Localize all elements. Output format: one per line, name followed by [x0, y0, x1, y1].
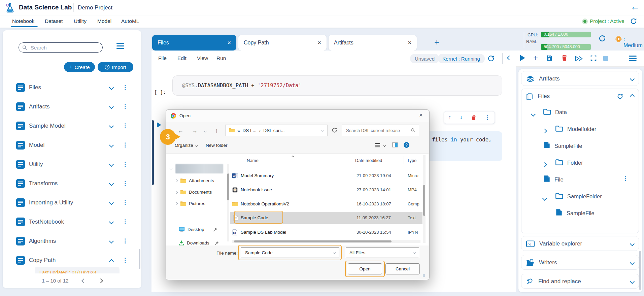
menu-file[interactable]: File: [158, 55, 167, 61]
kebab-menu-icon[interactable]: ⋮: [622, 176, 628, 182]
horizontal-scrollbar[interactable]: [232, 240, 420, 243]
tree-scrollbar[interactable]: [227, 164, 229, 241]
section-files-header[interactable]: Files: [521, 89, 639, 104]
tree-row-folder[interactable]: [543, 162, 546, 168]
sidebar-item-sample-model[interactable]: Sample Model: [29, 123, 66, 129]
kebab-menu-icon[interactable]: ⋮: [122, 123, 128, 129]
workspace-tab-copy-path[interactable]: Copy Path×: [238, 35, 327, 51]
tree-row-samplefolder[interactable]: [543, 195, 546, 201]
chevron-up-icon[interactable]: [109, 259, 114, 264]
tree-item-attachments[interactable]: Attachments: [175, 178, 214, 183]
dialog-search[interactable]: [342, 125, 419, 136]
back-arrow-icon[interactable]: ←: [630, 1, 640, 12]
sidebar-item-artifacts[interactable]: Artifacts: [29, 103, 49, 110]
chevron-down-icon[interactable]: [630, 279, 635, 284]
tree-row-data[interactable]: [532, 111, 535, 117]
list-view-icon[interactable]: [375, 143, 380, 147]
workspace-tab-files[interactable]: Files×: [152, 35, 236, 51]
tree-label[interactable]: Folder: [567, 160, 583, 166]
close-icon[interactable]: ×: [408, 39, 411, 46]
delete-cell-icon[interactable]: [471, 115, 476, 121]
run-cell-icon[interactable]: [157, 122, 161, 128]
file-row[interactable]: Notebook OperationsV2 16-10-2023 18:07 C…: [230, 198, 422, 210]
chevron-down-icon[interactable]: [109, 181, 114, 186]
organize-menu[interactable]: Organize: [175, 143, 197, 148]
section-artifacts[interactable]: Artifacts: [521, 71, 639, 86]
column-header-type[interactable]: Type: [407, 158, 416, 163]
breadcrumb-item[interactable]: DS L...: [243, 128, 257, 133]
code-cell[interactable]: @SYS.DATASANDBOX_PATH + '2719752/Data': [172, 75, 502, 96]
tree-label[interactable]: Modelfolder: [567, 126, 596, 132]
nav-tab-dataset[interactable]: Dataset: [45, 18, 63, 24]
chevron-down-icon[interactable]: [630, 76, 635, 81]
sidebar-item-utility[interactable]: Utility: [29, 161, 43, 168]
menu-view[interactable]: View: [197, 55, 208, 61]
chevron-down-icon[interactable]: [170, 167, 172, 170]
delete-cell-icon[interactable]: [562, 55, 567, 61]
breadcrumb-collapse[interactable]: «: [237, 128, 240, 133]
kebab-menu-icon[interactable]: ⋮: [122, 257, 128, 263]
view-options-chevron-icon[interactable]: [383, 144, 386, 147]
cell-kebab-icon[interactable]: ⋮: [484, 115, 490, 121]
save-icon[interactable]: [546, 55, 552, 61]
chevron-down-icon[interactable]: [109, 124, 114, 128]
chevron-right-icon[interactable]: [542, 129, 547, 133]
chevron-down-icon[interactable]: [542, 196, 547, 201]
nav-forward-icon[interactable]: →: [192, 127, 198, 134]
sidebar-item-importing-a-utility[interactable]: Importing a Utility: [29, 199, 73, 206]
list-item[interactable]: [16, 237, 25, 247]
notebook-menu-icon[interactable]: [629, 54, 637, 63]
nav-tab-model[interactable]: Model: [97, 18, 111, 24]
refresh-icon[interactable]: [617, 93, 623, 99]
tree-item-pictures[interactable]: Pictures: [175, 201, 205, 206]
list-item[interactable]: [16, 160, 25, 170]
sidebar-item-transforms[interactable]: Transforms: [29, 180, 58, 187]
file-list-scrollbar[interactable]: [423, 155, 426, 243]
run-cell-icon[interactable]: [520, 55, 525, 61]
chevron-down-icon[interactable]: [109, 85, 114, 90]
list-item[interactable]: [16, 122, 25, 132]
chevron-down-icon[interactable]: [109, 104, 114, 109]
add-cell-icon[interactable]: +: [533, 53, 538, 63]
tree-item-desktop[interactable]: Desktop: [179, 227, 217, 232]
section-writers[interactable]: Writers: [521, 255, 639, 270]
column-header-name[interactable]: Name: [247, 158, 259, 163]
nav-up-icon[interactable]: ↑: [215, 127, 218, 134]
chevron-left-icon[interactable]: [507, 56, 512, 60]
preview-pane-icon[interactable]: [392, 142, 398, 147]
chevron-down-icon[interactable]: [109, 200, 114, 205]
chevron-down-icon[interactable]: [109, 239, 114, 243]
list-item[interactable]: [16, 102, 25, 112]
dialog-search-input[interactable]: [345, 128, 407, 133]
nav-tab-automl[interactable]: AutoML: [121, 18, 139, 24]
chevron-down-icon[interactable]: [109, 143, 114, 147]
tree-item-downloads[interactable]: Downloads: [179, 240, 219, 245]
chevron-up-icon[interactable]: [630, 94, 635, 99]
help-icon[interactable]: ?: [404, 142, 409, 148]
tree-label[interactable]: File: [554, 176, 564, 183]
cancel-button[interactable]: Cancel: [385, 263, 420, 274]
tree-item-documents[interactable]: Documents: [175, 190, 212, 195]
fullscreen-icon[interactable]: [590, 55, 597, 61]
chevron-down-icon[interactable]: [321, 129, 324, 132]
kebab-menu-icon[interactable]: ⋮: [122, 142, 128, 148]
prev-page-icon[interactable]: [81, 278, 86, 283]
new-folder-button[interactable]: New folder: [206, 143, 228, 148]
project-refresh-icon[interactable]: [630, 18, 637, 25]
chevron-down-icon[interactable]: [109, 162, 114, 167]
kebab-menu-icon[interactable]: ⋮: [122, 104, 128, 109]
chevron-down-icon[interactable]: [109, 220, 114, 224]
breadcrumb[interactable]: « DS L... › DSL curr...: [225, 125, 328, 136]
file-row[interactable]: Notebook issue 27-09-2023 14:01 MP4: [230, 184, 422, 196]
kebab-menu-icon[interactable]: ⋮: [122, 180, 128, 186]
stop-kernel-icon[interactable]: [603, 56, 608, 61]
menu-run[interactable]: Run: [216, 55, 226, 61]
file-row[interactable]: W Model Summary 21-09-2023 19:04 Micro: [230, 170, 422, 182]
nav-recent-chevron-icon[interactable]: [204, 130, 207, 132]
list-item[interactable]: [16, 218, 25, 228]
close-icon[interactable]: ×: [317, 39, 321, 46]
file-type-select[interactable]: All Files: [346, 247, 419, 258]
menu-edit[interactable]: Edit: [177, 55, 187, 61]
resources-refresh-icon[interactable]: [599, 35, 606, 42]
nav-tab-notebook[interactable]: Notebook: [12, 18, 34, 24]
